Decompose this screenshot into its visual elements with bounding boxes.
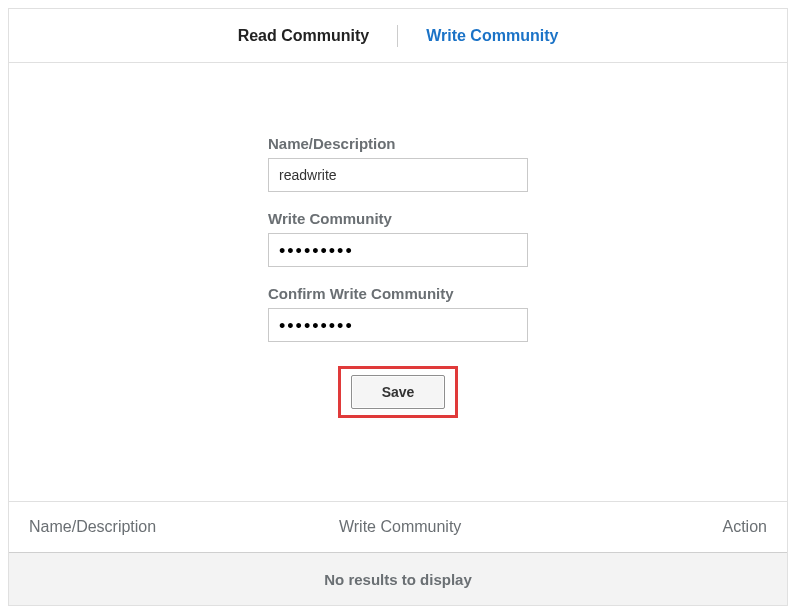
tab-write-community[interactable]: Write Community — [398, 27, 586, 45]
table-header-row: Name/Description Write Community Action — [9, 501, 787, 553]
name-description-input[interactable] — [268, 158, 528, 192]
name-description-label: Name/Description — [268, 135, 528, 152]
form: Name/Description Write Community •••••••… — [268, 135, 528, 418]
column-header-name: Name/Description — [29, 518, 339, 536]
tab-read-community[interactable]: Read Community — [210, 27, 398, 45]
save-button-wrapper: Save — [268, 366, 528, 418]
main-panel: Read Community Write Community Name/Desc… — [8, 8, 788, 606]
save-button[interactable]: Save — [351, 375, 445, 409]
form-area: Name/Description Write Community •••••••… — [9, 63, 787, 438]
results-table: Name/Description Write Community Action … — [9, 501, 787, 605]
tab-bar: Read Community Write Community — [9, 9, 787, 63]
write-community-label: Write Community — [268, 210, 528, 227]
write-community-input[interactable]: ••••••••• — [268, 233, 528, 267]
confirm-write-community-label: Confirm Write Community — [268, 285, 528, 302]
confirm-write-community-input[interactable]: ••••••••• — [268, 308, 528, 342]
highlight-box: Save — [338, 366, 458, 418]
column-header-action: Action — [634, 518, 767, 536]
column-header-community: Write Community — [339, 518, 634, 536]
table-empty-message: No results to display — [9, 553, 787, 605]
